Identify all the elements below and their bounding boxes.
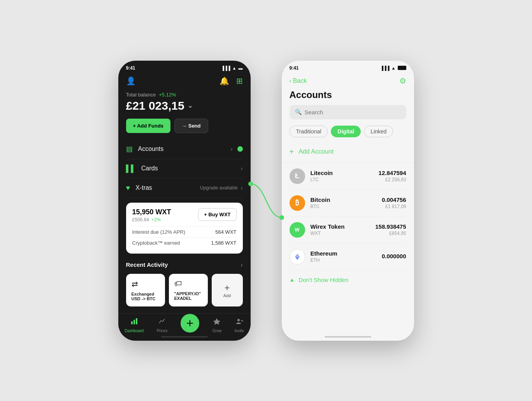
exchange-icon: ⇄ [132,279,160,289]
menu-item-cards[interactable]: ▌▌ Cards › [126,159,243,179]
wxt-interest-value: 564 WXT [215,229,236,235]
tab-traditional[interactable]: Traditional [290,126,328,137]
accounts-connector-dot [237,146,243,152]
search-bar[interactable]: 🔍 [290,105,406,119]
ltc-name: Litecoin [311,170,373,176]
wifi-icon-dark: ▲ [232,66,237,70]
btc-name: Bitcoin [311,196,376,203]
wxt-gbp-light: £854,95 [375,231,406,236]
wxt-amount-light: 158.938475 [375,223,406,230]
add-account-icon: + [290,147,294,156]
bell-icon[interactable]: 🔔 [219,76,229,86]
account-item-eth[interactable]: Ethereum ETH 0.000000 [290,243,406,270]
xtras-chevron-icon: › [241,185,243,191]
menu-item-accounts[interactable]: ▤ Accounts › [126,139,243,159]
btc-gbp: £1 817,09 [382,204,406,209]
wxt-row-cryptoback: Cryptoback™ earned 1,586 WXT [132,237,237,248]
wxt-details: Wirex Token WXT [311,223,370,236]
balance-change: +5.12% [159,92,176,98]
status-icons-light: ▐▐▐ ▲ [380,66,406,70]
wxt-coin-icon: W [290,222,305,238]
btc-details: Bitcoin BTC [311,196,376,209]
activity-card-appery[interactable]: 🏷 "APPERY.IO"EXADEL [169,274,208,306]
light-phone: 9:41 ▐▐▐ ▲ ‹ Back ⚙ Accounts 🔍 Tradition… [282,61,414,341]
btc-amount: 0.004756 [382,196,406,203]
eth-balance: 0.000000 [382,253,406,260]
back-button[interactable]: ‹ Back [290,77,307,84]
add-account-row[interactable]: + Add Account [282,144,414,163]
activity-card-add[interactable]: + Add [212,274,243,306]
nav-grow[interactable]: Grow [212,317,221,333]
svg-rect-0 [131,321,133,324]
wxt-code: WXT [311,231,370,236]
nav-prices[interactable]: Prices [157,317,168,333]
send-button[interactable]: → Send [174,119,208,133]
settings-gear-icon[interactable]: ⚙ [399,76,406,86]
cards-menu-icon: ▌▌ [126,165,136,173]
menu-item-xtras[interactable]: ♥ X-tras Upgrade available › [126,179,243,198]
account-list: Ł Litecoin LTC 12.847594 £2 256,83 ₿ Bit… [282,163,414,270]
nav-invite[interactable]: Invite [235,317,244,333]
grow-nav-icon [213,317,221,327]
wxt-change: +2% [151,217,161,222]
dont-show-hidden-row[interactable]: ▲ Don't Show Hidden [282,270,414,289]
nav-dashboard[interactable]: Dashboard [125,317,144,333]
header-action-icons: 🔔 ⊞ [219,76,243,86]
svg-rect-1 [133,320,135,324]
triangle-up-icon: ▲ [290,277,295,283]
balance-section: Total balance +5.12% £21 023,15 ⌄ [118,90,251,119]
back-label: Back [293,77,307,84]
account-item-btc[interactable]: ₿ Bitcoin BTC 0.004756 £1 817,09 [290,190,406,217]
wxt-name: Wirex Token [311,223,370,230]
xtras-menu-label: X-tras [135,184,152,191]
add-funds-button[interactable]: + Add Funds [126,119,171,133]
balance-chevron-icon[interactable]: ⌄ [188,102,193,109]
search-input[interactable] [305,109,401,116]
balance-amount: £21 023,15 ⌄ [126,99,243,112]
activity-card-exchange[interactable]: ⇄ ExchangedUSD -> BTC [126,274,165,306]
account-item-wxt[interactable]: W Wirex Token WXT 158.938475 £854,95 [290,217,406,243]
search-icon: 🔍 [295,109,302,115]
tag-icon: 🏷 [174,279,202,288]
eth-amount: 0.000000 [382,253,406,259]
btc-coin-icon: ₿ [290,195,305,211]
xtras-menu-icon: ♥ [126,184,130,192]
back-chevron-icon: ‹ [290,77,291,84]
balance-label-row: Total balance +5.12% [126,92,243,98]
ltc-amount: 12.847594 [379,170,406,176]
wxt-balance: 158.938475 £854,95 [375,223,406,236]
svg-rect-2 [136,318,137,324]
recent-activity-section: Recent Activity › ⇄ ExchangedUSD -> BTC … [118,258,251,306]
tab-digital[interactable]: Digital [331,126,361,137]
ltc-details: Litecoin LTC [311,170,373,182]
time-dark: 9:41 [126,65,135,71]
svg-point-3 [237,319,240,321]
buy-wxt-button[interactable]: + Buy WXT [198,208,236,221]
activity-cards: ⇄ ExchangedUSD -> BTC 🏷 "APPERY.IO"EXADE… [126,274,243,306]
scan-icon[interactable]: ⊞ [236,76,243,86]
eth-name: Ethereum [311,250,376,257]
dont-show-label: Don't Show Hidden [298,277,348,283]
invite-nav-label: Invite [235,329,244,333]
avatar-icon[interactable]: 👤 [126,76,136,86]
wxt-rows: Interest due (12% APR) 564 WXT Cryptobac… [132,226,237,248]
ltc-balance: 12.847594 £2 256,83 [379,170,406,182]
eth-coin-icon [290,249,305,264]
recent-chevron-icon[interactable]: › [241,261,242,268]
wxt-row-interest: Interest due (12% APR) 564 WXT [132,226,237,237]
center-nav-button[interactable] [181,314,199,333]
prices-nav-icon [158,317,166,327]
recent-activity-title: Recent Activity [126,261,168,268]
dashboard-nav-label: Dashboard [125,329,144,333]
signal-icon-dark: ▐▐▐ [221,66,230,70]
nav-center[interactable] [181,318,199,333]
prices-nav-label: Prices [157,329,168,333]
cards-chevron-icon: › [241,165,243,172]
cards-menu-label: Cards [141,165,158,172]
grow-nav-label: Grow [212,329,221,333]
ltc-gbp: £2 256,83 [379,177,406,182]
account-item-ltc[interactable]: Ł Litecoin LTC 12.847594 £2 256,83 [290,163,406,190]
tab-linked[interactable]: Linked [364,126,393,137]
dark-header: 👤 🔔 ⊞ [118,73,251,90]
eth-details: Ethereum ETH [311,250,376,263]
